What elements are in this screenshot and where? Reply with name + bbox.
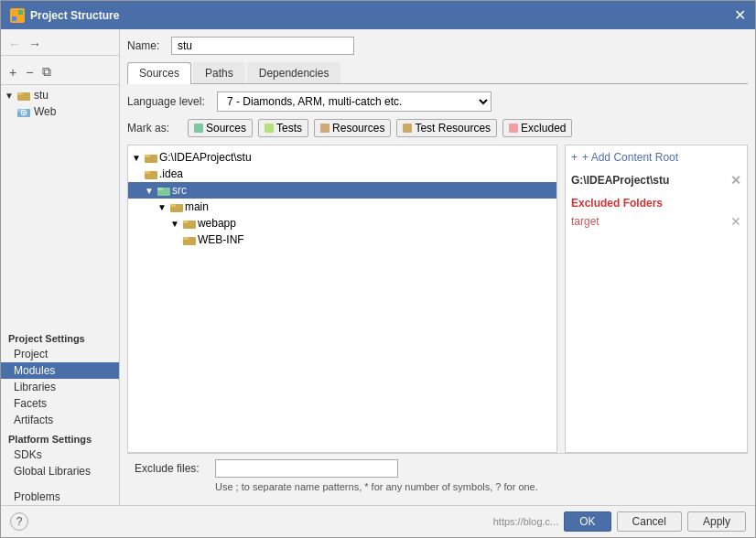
tests-color-dot: [265, 124, 274, 133]
tree-item-web[interactable]: Web: [1, 103, 119, 120]
chevron-root-icon: ▼: [132, 153, 141, 163]
sidebar-item-sdks[interactable]: SDKs: [1, 447, 119, 463]
mark-sources-label: Sources: [206, 122, 246, 134]
url-hint: https://blog.c...: [493, 516, 559, 527]
title-bar-left: Project Structure: [10, 8, 119, 23]
chevron-src-icon: ▼: [145, 186, 154, 196]
language-level-row: Language level: 7 - Diamonds, ARM, multi…: [127, 91, 748, 112]
cancel-button[interactable]: Cancel: [617, 511, 682, 532]
file-tree-main-label: main: [185, 200, 209, 213]
sidebar: ← → + − ⧉ ▼ stu Web: [1, 29, 120, 505]
mark-test-resources-button[interactable]: Test Resources: [396, 119, 497, 137]
platform-settings-section: Platform Settings: [1, 428, 119, 447]
chevron-icon: ▼: [5, 91, 14, 101]
mark-as-row: Mark as: Sources Tests Resources Test Re…: [127, 119, 748, 137]
root-folder-icon: [145, 152, 157, 163]
svg-rect-16: [157, 188, 163, 190]
mark-excluded-label: Excluded: [521, 122, 566, 134]
mark-sources-button[interactable]: Sources: [188, 119, 253, 137]
mark-resources-label: Resources: [332, 122, 384, 134]
file-tree-item-idea[interactable]: .idea: [128, 166, 556, 182]
help-button[interactable]: ?: [10, 512, 28, 531]
file-tree-panel: ▼ G:\IDEAProject\stu .idea ▼ src: [127, 145, 557, 453]
mark-excluded-button[interactable]: Excluded: [502, 119, 572, 137]
file-tree-item-root[interactable]: ▼ G:\IDEAProject\stu: [128, 149, 556, 166]
sidebar-item-facets[interactable]: Facets: [1, 395, 119, 412]
remove-excluded-button[interactable]: ✕: [730, 214, 741, 229]
sidebar-item-global-libraries[interactable]: Global Libraries: [1, 463, 119, 479]
apply-button[interactable]: Apply: [687, 511, 746, 532]
right-panel: + + Add Content Root G:\IDEAProject\stu …: [565, 145, 748, 453]
sidebar-module-tree: ▼ stu Web: [1, 85, 119, 328]
name-input[interactable]: [171, 37, 354, 55]
footer-right: https://blog.c... OK Cancel Apply: [493, 511, 746, 532]
add-icon: +: [571, 151, 578, 164]
chevron-main-icon: ▼: [157, 202, 167, 212]
file-tree-root-label: G:\IDEAProject\stu: [159, 151, 252, 164]
webinf-folder-icon: [183, 234, 196, 245]
dialog-title: Project Structure: [30, 9, 119, 22]
content-root-path-label: G:\IDEAProject\stu: [571, 174, 669, 187]
file-tree-item-main[interactable]: ▼ main: [128, 199, 556, 215]
ok-button[interactable]: OK: [564, 511, 610, 532]
sidebar-item-libraries[interactable]: Libraries: [1, 379, 119, 395]
sidebar-toolbar: + − ⧉: [1, 59, 119, 85]
add-content-root-button[interactable]: + + Add Content Root: [571, 151, 741, 164]
tab-dependencies[interactable]: Dependencies: [247, 62, 341, 83]
sidebar-item-project[interactable]: Project: [1, 346, 119, 362]
remove-button[interactable]: −: [23, 64, 36, 81]
svg-rect-5: [17, 92, 23, 95]
copy-button[interactable]: ⧉: [39, 63, 54, 81]
close-button[interactable]: ✕: [734, 6, 746, 24]
name-row: Name:: [127, 37, 748, 55]
file-tree-item-src[interactable]: ▼ src: [128, 182, 556, 199]
dialog-body: ← → + − ⧉ ▼ stu Web: [1, 29, 755, 505]
project-structure-dialog: Project Structure ✕ ← → + − ⧉ ▼ stu: [0, 0, 756, 538]
test-resources-color-dot: [403, 124, 412, 133]
tab-paths[interactable]: Paths: [193, 62, 245, 83]
svg-rect-1: [18, 10, 23, 15]
sources-color-dot: [194, 124, 203, 133]
exclude-files-input[interactable]: [215, 459, 398, 478]
exclude-files-section: Exclude files: Use ; to separate name pa…: [127, 453, 748, 498]
mark-tests-label: Tests: [276, 122, 302, 134]
file-tree-item-webinf[interactable]: WEB-INF: [128, 231, 556, 248]
excluded-target-label: target: [571, 215, 599, 228]
back-button[interactable]: ←: [6, 37, 23, 51]
excluded-item-target: target ✕: [571, 213, 741, 230]
sidebar-item-problems[interactable]: Problems: [1, 489, 119, 505]
svg-rect-14: [145, 171, 150, 174]
language-level-select[interactable]: 7 - Diamonds, ARM, multi-catch etc.: [217, 91, 491, 112]
tree-item-stu[interactable]: ▼ stu: [1, 87, 119, 103]
svg-rect-12: [145, 155, 150, 157]
resources-color-dot: [320, 124, 329, 133]
svg-rect-18: [170, 204, 176, 207]
svg-rect-22: [183, 237, 189, 240]
webapp-folder-icon: [183, 218, 196, 229]
main-folder-icon: [170, 201, 183, 212]
main-panel: Name: Sources Paths Dependencies Languag…: [120, 29, 755, 505]
svg-rect-0: [12, 10, 16, 15]
add-button[interactable]: +: [6, 64, 19, 81]
folder-icon: [17, 90, 30, 101]
remove-content-root-button[interactable]: ✕: [730, 173, 741, 188]
sidebar-item-artifacts[interactable]: Artifacts: [1, 412, 119, 428]
svg-rect-20: [183, 221, 189, 223]
tree-root-label: stu: [34, 89, 49, 102]
sidebar-item-modules[interactable]: Modules: [1, 362, 119, 379]
tab-bar: Sources Paths Dependencies: [127, 62, 748, 84]
file-tree-webinf-label: WEB-INF: [198, 233, 244, 246]
forward-button[interactable]: →: [27, 37, 43, 51]
exclude-files-row: Exclude files:: [135, 459, 740, 478]
content-root-path: G:\IDEAProject\stu ✕: [571, 171, 741, 189]
content-panel: ▼ G:\IDEAProject\stu .idea ▼ src: [127, 145, 748, 453]
mark-tests-button[interactable]: Tests: [258, 119, 308, 137]
tab-sources[interactable]: Sources: [127, 62, 191, 84]
excluded-color-dot: [509, 124, 518, 133]
file-tree-item-webapp[interactable]: ▼ webapp: [128, 215, 556, 231]
project-settings-section: Project Settings: [1, 328, 119, 346]
title-bar: Project Structure ✕: [1, 1, 755, 29]
dialog-icon: [10, 8, 25, 23]
mark-resources-button[interactable]: Resources: [314, 119, 391, 137]
language-level-label: Language level:: [127, 95, 210, 108]
